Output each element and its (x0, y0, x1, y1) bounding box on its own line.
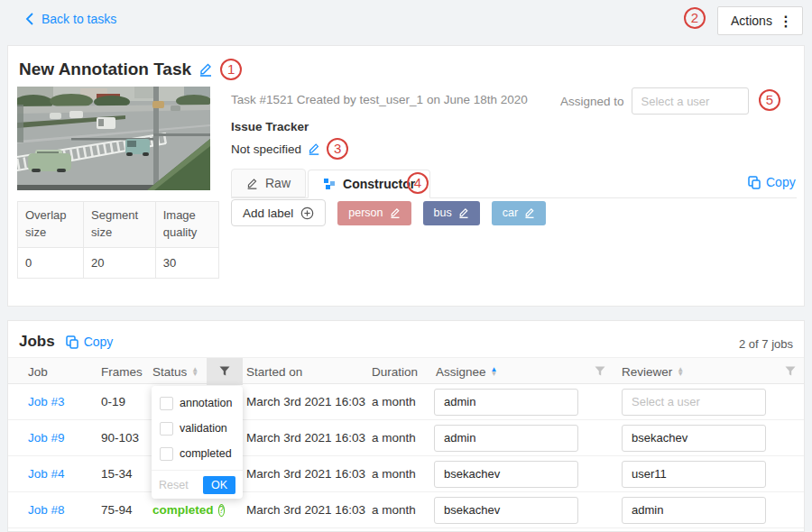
col-status[interactable]: Status ▲▼ (149, 365, 207, 379)
col-assignee[interactable]: Assignee ▲▼ (427, 365, 586, 379)
col-assignee-label: Assignee (436, 365, 486, 379)
job-link[interactable]: Job #8 (28, 503, 65, 517)
filter-option-label: validation (180, 422, 227, 435)
edit-title-icon[interactable] (198, 62, 213, 77)
frames-cell: 90-103 (97, 431, 149, 445)
edit-label-icon[interactable] (524, 207, 535, 218)
edit-issue-tracker-icon[interactable] (308, 142, 320, 155)
task-title: New Annotation Task (19, 60, 191, 79)
add-label-button[interactable]: Add label (231, 199, 326, 226)
copy-icon (66, 335, 78, 349)
reviewer-input[interactable] (622, 425, 766, 452)
callout-1: 1 (220, 59, 242, 80)
filter-funnel-icon (785, 366, 796, 377)
labels-copy-label: Copy (766, 175, 796, 189)
status-sort-icon[interactable]: ▲▼ (191, 367, 198, 376)
filter-option-annotation[interactable]: annotation (152, 390, 243, 416)
checkbox-icon[interactable] (160, 397, 173, 410)
question-circle-icon[interactable]: ? (218, 504, 226, 517)
plus-circle-icon (300, 206, 314, 220)
labels-copy-link[interactable]: Copy (748, 175, 796, 189)
callout-4: 4 (407, 172, 429, 194)
frames-cell: 15-34 (97, 467, 149, 481)
assignee-input[interactable] (434, 497, 578, 524)
jobs-count: 2 of 7 jobs (739, 337, 793, 351)
filter-option-validation[interactable]: validation (152, 416, 243, 441)
assignee-sort-icon[interactable]: ▲▼ (491, 367, 498, 376)
param-header-overlap: Overlap size (18, 202, 84, 248)
traffic-scene-illustration (17, 87, 210, 190)
reviewer-input[interactable] (622, 389, 766, 416)
tab-raw-label: Raw (265, 176, 291, 190)
task-meta-text: Task #1521 Created by test_user_1 on Jun… (231, 93, 528, 106)
status-filter-button[interactable] (207, 358, 243, 385)
filter-option-label: annotation (180, 397, 232, 409)
duration-cell: a month (368, 431, 427, 445)
col-status-label: Status (152, 365, 187, 379)
status-completed-label: completed (152, 503, 214, 517)
label-chip-car-name: car (503, 206, 518, 219)
param-value-segment: 20 (84, 247, 156, 278)
reviewer-sort-icon[interactable]: ▲▼ (677, 367, 684, 376)
jobs-copy-link[interactable]: Copy (66, 335, 114, 349)
param-header-segment: Segment size (84, 202, 156, 248)
assigned-to-input[interactable] (632, 87, 749, 115)
jobs-card: Jobs Copy 2 of 7 jobs Job Frames Status … (7, 320, 805, 532)
duration-cell: a month (368, 467, 427, 481)
callout-2: 2 (684, 7, 706, 29)
filter-funnel-icon (595, 366, 605, 377)
col-job[interactable]: Job (8, 365, 97, 379)
blocks-icon (323, 178, 336, 190)
assignee-input[interactable] (434, 389, 578, 416)
started-cell: March 3rd 2021 16:03 (243, 431, 368, 445)
assignee-input[interactable] (434, 425, 578, 452)
started-cell: March 3rd 2021 16:03 (243, 395, 368, 408)
label-chip-car[interactable]: car (492, 201, 546, 225)
status-cell: completed ? (149, 503, 207, 517)
back-to-tasks-link[interactable]: Back to tasks (25, 12, 116, 26)
param-header-quality: Image quality (155, 202, 218, 248)
col-frames[interactable]: Frames (97, 365, 149, 379)
filter-ok-button[interactable]: OK (203, 476, 235, 494)
edit-label-icon[interactable] (390, 207, 401, 218)
filter-option-label: completed (180, 447, 232, 460)
started-cell: March 3rd 2021 16:03 (243, 503, 368, 517)
filter-reset-button[interactable]: Reset (159, 479, 189, 491)
duration-cell: a month (368, 503, 427, 517)
job-link[interactable]: Job #9 (28, 431, 65, 445)
status-filter-dropdown: annotation validation completed Reset OK (152, 386, 243, 499)
reviewer-input[interactable] (622, 461, 766, 488)
filter-option-completed[interactable]: completed (152, 441, 243, 466)
filter-funnel-icon (219, 366, 230, 377)
tab-raw[interactable]: Raw (231, 169, 306, 197)
label-chip-person[interactable]: person (337, 201, 411, 225)
col-started-on[interactable]: Started on (243, 365, 368, 379)
col-duration[interactable]: Duration (368, 365, 427, 379)
tab-constructor-label: Constructor (343, 177, 415, 191)
job-link[interactable]: Job #3 (28, 395, 65, 408)
job-link[interactable]: Job #4 (28, 467, 65, 481)
label-chip-bus[interactable]: bus (423, 201, 480, 225)
edit-label-icon[interactable] (458, 207, 469, 218)
copy-icon (748, 176, 761, 189)
actions-button-label: Actions (731, 14, 772, 28)
checkbox-icon[interactable] (160, 422, 173, 436)
col-reviewer-label: Reviewer (622, 365, 672, 379)
assignee-input[interactable] (434, 461, 578, 488)
labels-row: Add label person bus (231, 199, 546, 226)
table-row: Job #4 15-34 March 3rd 2021 16:03 a mont… (8, 456, 804, 492)
reviewer-filter-button[interactable] (777, 358, 804, 385)
jobs-title: Jobs (19, 333, 55, 351)
reviewer-input[interactable] (622, 497, 766, 524)
checkbox-icon[interactable] (160, 447, 173, 461)
param-value-quality: 30 (155, 247, 218, 278)
pencil-icon (246, 178, 258, 189)
table-row: Job #3 0-19 March 3rd 2021 16:03 a month (8, 384, 804, 420)
label-chip-bus-name: bus (434, 206, 452, 219)
table-row: Job #8 75-94 completed ? March 3rd 2021 … (8, 492, 804, 528)
col-reviewer[interactable]: Reviewer ▲▼ (614, 365, 777, 379)
back-chevron-icon (25, 13, 34, 25)
actions-button[interactable]: Actions ⋮ (717, 6, 803, 35)
more-vertical-icon: ⋮ (779, 13, 793, 30)
assignee-filter-button[interactable] (586, 358, 614, 385)
